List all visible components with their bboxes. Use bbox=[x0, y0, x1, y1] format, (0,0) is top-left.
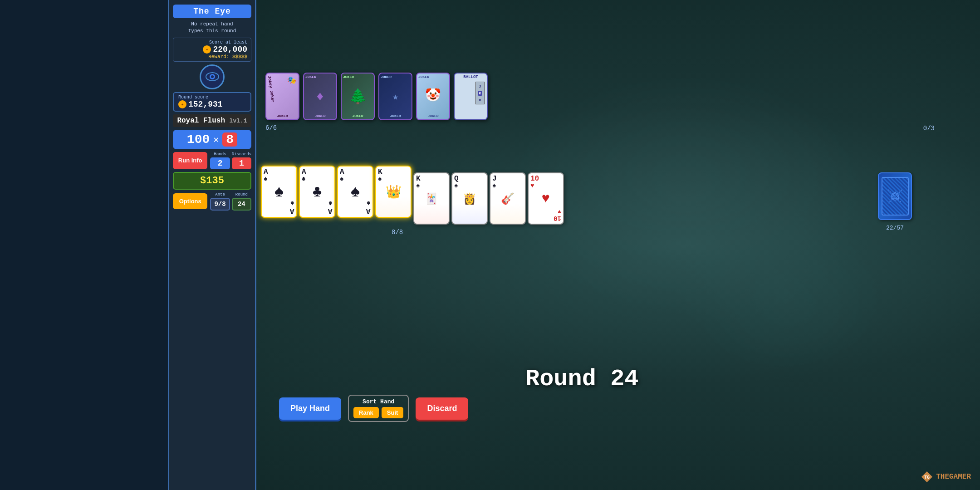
discard-button[interactable]: Discard bbox=[416, 397, 468, 420]
round-score-label: Round score bbox=[178, 95, 223, 100]
left-bar bbox=[0, 0, 168, 490]
run-info-row: Run Info Hands Discards 2 1 bbox=[173, 152, 251, 169]
options-row: Options Ante Round 9/8 24 bbox=[173, 192, 251, 211]
multiplier-display: 100 ✕ 8 bbox=[173, 130, 251, 149]
chip-icon: ✦ bbox=[203, 45, 211, 54]
deck-count: 22/57 bbox=[886, 225, 904, 231]
joker-count: 6/6 bbox=[265, 124, 277, 132]
card-queen-spades[interactable]: Q ♠ 👸 bbox=[451, 172, 488, 225]
round-chip-icon: ✦ bbox=[178, 100, 186, 108]
card-jack-spades[interactable]: J ♠ 🎸 bbox=[490, 172, 526, 225]
ante-round-box: Ante Round 9/8 24 bbox=[210, 192, 251, 211]
ante-label: Ante bbox=[210, 192, 230, 197]
hands-label: Hands bbox=[210, 152, 230, 157]
hand-name: Royal Flush lvl.1 bbox=[173, 114, 251, 127]
joker-card-1[interactable]: Jokey Joker 🎭 JOKER bbox=[265, 73, 299, 120]
card-king-2[interactable]: K ♠ 🃏 bbox=[413, 172, 450, 225]
game-area: 0/3 Jokey Joker 🎭 JOKER ♦ JOKER JOKER 🌲 … bbox=[256, 0, 980, 490]
chips-value: 100 bbox=[187, 132, 210, 147]
discards-label: Discards bbox=[232, 152, 251, 157]
options-button[interactable]: Options bbox=[173, 193, 207, 209]
score-target-label: Score at least bbox=[177, 40, 247, 45]
card-ace-spades-2[interactable]: A ♠ ♠ A ♠ bbox=[337, 166, 373, 218]
hands-discards-box: Hands Discards 2 1 bbox=[210, 152, 251, 169]
hand-area: A ♠ ♠ A ♠ A ♣ ♣ A ♣ A ♠ ♠ A ♠ bbox=[261, 172, 564, 225]
deck-area: 22/57 bbox=[878, 172, 912, 220]
joker-card-6[interactable]: BALLOT J K R bbox=[454, 73, 488, 120]
joker-card-4[interactable]: ★ JOKER JOKER bbox=[378, 73, 412, 120]
money-display: $135 bbox=[173, 172, 251, 190]
blind-desc-line1: No repeat hand bbox=[188, 21, 236, 28]
blind-icon bbox=[200, 64, 225, 89]
sort-hand-label: Sort Hand bbox=[363, 398, 394, 405]
voucher-count: 0/3 bbox=[923, 125, 935, 132]
score-target-section: Score at least ✦ 220,000 Reward: $$$$$ bbox=[173, 38, 251, 62]
sidebar: The Eye No repeat hand types this round … bbox=[168, 0, 256, 490]
round-score-value: 152,931 bbox=[188, 100, 223, 109]
sort-buttons: Rank Suit bbox=[353, 407, 403, 418]
blind-desc-line2: types this round bbox=[188, 28, 236, 34]
blind-name: The Eye bbox=[173, 5, 251, 18]
action-buttons: Play Hand Sort Hand Rank Suit Discard bbox=[279, 395, 468, 422]
card-ace-spades-1[interactable]: A ♠ ♠ A ♠ bbox=[261, 166, 297, 218]
joker-card-3[interactable]: 🌲 JOKER JOKER bbox=[341, 73, 375, 120]
discards-value: 1 bbox=[232, 157, 251, 169]
hand-count: 8/8 bbox=[392, 229, 403, 236]
run-info-button[interactable]: Run Info bbox=[173, 152, 207, 169]
joker-area: Jokey Joker 🎭 JOKER ♦ JOKER JOKER 🌲 JOKE… bbox=[265, 73, 488, 120]
card-ace-clubs[interactable]: A ♣ ♣ A ♣ bbox=[299, 166, 335, 218]
sort-suit-button[interactable]: Suit bbox=[382, 407, 404, 418]
card-king-spades[interactable]: K ♠ 👑 bbox=[375, 166, 412, 218]
round-score-box: Round score ✦ 152,931 bbox=[173, 92, 251, 112]
mult-value: 8 bbox=[222, 132, 237, 147]
joker-card-2[interactable]: ♦ JOKER JOKER bbox=[303, 73, 337, 120]
ante-value: 9/8 bbox=[210, 198, 230, 211]
score-target-value: 220,000 bbox=[213, 45, 247, 54]
reward-text: Reward: $$$$$ bbox=[177, 54, 247, 59]
round-value: 24 bbox=[232, 198, 251, 211]
svg-point-2 bbox=[211, 75, 214, 78]
deck-card[interactable] bbox=[878, 172, 912, 220]
hands-value: 2 bbox=[210, 157, 230, 169]
play-hand-button[interactable]: Play Hand bbox=[279, 397, 341, 420]
card-ten-hearts[interactable]: 10 ♥ ♥ 10 ♥ bbox=[528, 172, 564, 225]
round-banner: Round 24 bbox=[525, 366, 639, 392]
sort-hand-box: Sort Hand Rank Suit bbox=[348, 395, 409, 422]
joker-card-5[interactable]: 🤡 JOKER JOKER bbox=[416, 73, 450, 120]
round-label: Round bbox=[232, 192, 251, 197]
deck-pattern bbox=[882, 177, 909, 216]
sort-rank-button[interactable]: Rank bbox=[353, 407, 379, 418]
